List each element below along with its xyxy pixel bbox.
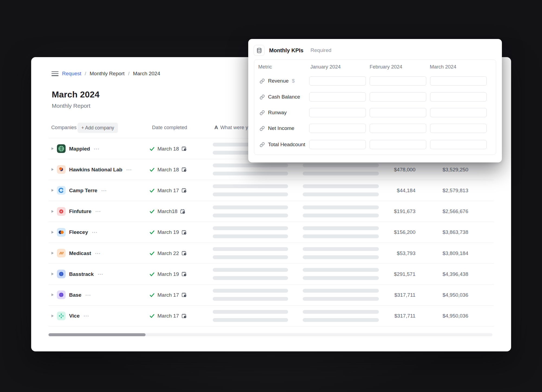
expand-caret-icon[interactable] <box>51 210 54 213</box>
february-column-header: February 2024 <box>370 60 402 74</box>
kpi-value-2: $3,863,738 <box>443 222 468 243</box>
company-logo <box>57 290 66 299</box>
skeleton-text-bar <box>213 172 288 175</box>
page-title: March 2024 <box>52 90 99 100</box>
kpi-input-january[interactable] <box>309 76 366 86</box>
date-completed: March 17 <box>157 292 179 298</box>
kpi-metric-row: Cash Balance <box>254 92 496 102</box>
date-completed: March 17 <box>157 188 179 194</box>
date-completed: March 18 <box>157 146 179 152</box>
companies-column-header: Companies <box>51 120 77 135</box>
more-options-icon[interactable]: ⋯ <box>95 208 101 215</box>
date-completed: March 22 <box>157 250 179 256</box>
march-column-header: March 2024 <box>430 60 456 74</box>
kpi-input-january[interactable] <box>309 140 366 149</box>
kpi-input-january[interactable] <box>309 92 366 102</box>
skeleton-text-bar <box>303 247 379 251</box>
check-icon <box>149 167 155 173</box>
check-icon <box>149 188 155 194</box>
company-name: Medicast <box>69 250 91 256</box>
more-options-icon[interactable]: ⋯ <box>92 229 98 236</box>
skeleton-text-bar <box>213 205 288 209</box>
expand-caret-icon[interactable] <box>51 273 54 275</box>
more-options-icon[interactable]: ⋯ <box>98 271 103 277</box>
breadcrumb-separator: / <box>85 71 86 77</box>
answer-skeleton <box>303 180 379 201</box>
expand-caret-icon[interactable] <box>51 147 54 150</box>
kpi-input-february[interactable] <box>370 92 426 102</box>
kpi-input-february[interactable] <box>370 124 426 133</box>
kpi-input-january[interactable] <box>309 124 366 133</box>
skeleton-text-bar <box>213 192 288 196</box>
kpi-value-1: $53,793 <box>397 243 415 264</box>
monthly-kpis-popup: Monthly KPIs Required Metric January 202… <box>248 39 502 162</box>
skeleton-text-bar <box>213 234 288 238</box>
more-options-icon[interactable]: ⋯ <box>94 146 99 152</box>
metric-label: Net Income <box>268 125 294 131</box>
expand-caret-icon[interactable] <box>51 293 54 296</box>
metric-label: Revenue <box>268 78 289 84</box>
calendar-icon <box>181 167 187 172</box>
calendar-icon <box>181 146 187 152</box>
expand-caret-icon[interactable] <box>51 252 54 254</box>
required-badge: Required <box>311 47 331 53</box>
kpi-input-january[interactable] <box>309 108 366 117</box>
answer-skeleton <box>213 285 288 305</box>
kpi-value-1: $156,200 <box>394 222 415 243</box>
kpi-value-1: $317,711 <box>394 306 415 326</box>
skeleton-text-bar <box>303 234 379 238</box>
kpi-value-1: $317,711 <box>394 285 415 305</box>
metric-column-header: Metric <box>258 60 272 74</box>
kpi-input-february[interactable] <box>370 76 426 86</box>
skeleton-text-bar <box>213 310 288 314</box>
more-options-icon[interactable]: ⋯ <box>126 166 132 173</box>
horizontal-scrollbar-thumb[interactable] <box>49 333 146 336</box>
link-icon <box>260 79 265 84</box>
skeleton-text-bar <box>303 268 379 272</box>
company-name: Finfuture <box>69 208 91 214</box>
check-icon <box>149 146 155 152</box>
kpi-input-march[interactable] <box>430 140 487 149</box>
kpi-table-panel: Metric January 2024 February 2024 March … <box>254 60 496 155</box>
horizontal-scrollbar-track[interactable] <box>49 333 492 336</box>
kpi-input-march[interactable] <box>430 108 487 117</box>
skeleton-text-bar <box>303 205 379 209</box>
answer-skeleton <box>213 243 288 264</box>
page-subtitle: Monthly Report <box>52 103 90 109</box>
kpi-input-february[interactable] <box>370 108 426 117</box>
skeleton-text-bar <box>213 184 288 188</box>
kpi-input-february[interactable] <box>370 140 426 149</box>
table-bottom-divider <box>49 326 494 326</box>
more-options-icon[interactable]: ⋯ <box>85 292 91 298</box>
kpi-input-march[interactable] <box>430 124 487 133</box>
add-company-button[interactable]: + Add company <box>78 123 118 133</box>
kpi-value-1: $291,571 <box>394 264 415 285</box>
company-name: Vice <box>69 313 80 319</box>
january-column-header: January 2024 <box>310 60 341 74</box>
skeleton-text-bar <box>303 276 379 280</box>
skeleton-text-bar <box>303 297 379 301</box>
expand-caret-icon[interactable] <box>51 168 54 171</box>
expand-caret-icon[interactable] <box>51 189 54 192</box>
skeleton-text-bar <box>303 164 379 167</box>
kpi-value-2: $4,950,036 <box>443 285 468 305</box>
table-row: Fleecey ⋯ March 19 $15 <box>49 222 494 243</box>
kpi-value-2: $2,566,676 <box>443 201 468 222</box>
skeleton-text-bar <box>303 310 379 314</box>
answer-skeleton <box>303 243 379 264</box>
kpi-input-march[interactable] <box>430 92 487 102</box>
link-icon <box>260 110 265 115</box>
breadcrumb-request[interactable]: Request <box>62 71 81 77</box>
expand-caret-icon[interactable] <box>51 315 54 317</box>
metric-label: Runway <box>268 110 287 116</box>
skeleton-text-bar <box>303 184 379 188</box>
kpi-input-march[interactable] <box>430 76 487 86</box>
expand-caret-icon[interactable] <box>51 231 54 234</box>
more-options-icon[interactable]: ⋯ <box>83 313 89 319</box>
more-options-icon[interactable]: ⋯ <box>101 187 107 194</box>
breadcrumb-monthly-report[interactable]: Monthly Report <box>90 71 125 77</box>
metric-suffix: $ <box>292 78 295 84</box>
skeleton-text-bar <box>213 268 288 272</box>
more-options-icon[interactable]: ⋯ <box>95 250 101 257</box>
menu-icon[interactable] <box>51 71 59 76</box>
